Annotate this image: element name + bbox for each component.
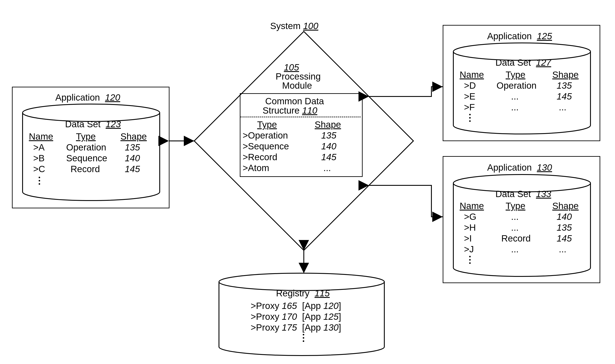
connectors xyxy=(0,0,615,364)
